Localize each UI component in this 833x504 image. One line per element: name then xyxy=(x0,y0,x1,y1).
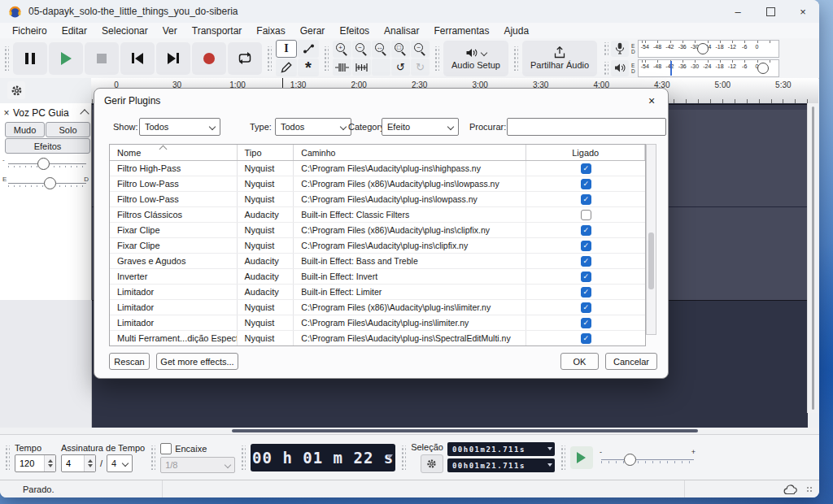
toolbar-grip[interactable] xyxy=(603,42,608,55)
time-display[interactable]: 00 h 01 m 22 s xyxy=(251,444,395,471)
toolbar-grip[interactable] xyxy=(434,46,439,71)
time-signature-upper-input[interactable] xyxy=(62,455,84,471)
audio-setup-button[interactable]: Audio Setup xyxy=(443,41,508,76)
table-scrollbar-thumb[interactable] xyxy=(648,232,654,289)
pan-slider-thumb[interactable] xyxy=(44,177,56,189)
toolbar-grip[interactable] xyxy=(150,445,155,470)
draw-tool-button[interactable] xyxy=(276,59,297,76)
table-row[interactable]: Filtro Low-Pass Nyquist C:\Program Files… xyxy=(110,176,645,192)
time-format-caret-icon[interactable] xyxy=(386,454,393,458)
minimize-button[interactable]: – xyxy=(722,0,754,23)
enabled-checkbox[interactable] xyxy=(581,225,591,236)
horizontal-scrollbar-thumb[interactable] xyxy=(232,429,698,432)
maximize-button[interactable] xyxy=(754,0,787,23)
gain-slider[interactable]: - xyxy=(2,155,89,172)
mute-button[interactable]: Mudo xyxy=(5,122,45,137)
toolbar-grip[interactable] xyxy=(266,46,272,71)
enabled-checkbox[interactable] xyxy=(581,241,591,251)
zoom-in-button[interactable]: + xyxy=(333,41,351,58)
enabled-checkbox[interactable] xyxy=(581,318,591,328)
menu-ajuda[interactable]: Ajuda xyxy=(496,24,536,37)
table-row[interactable]: Filtros Clássicos Audacity Built-in Effe… xyxy=(110,207,645,223)
track-close-button[interactable]: × xyxy=(0,107,13,119)
menu-ferramentas[interactable]: Ferramentas xyxy=(426,24,496,37)
search-input[interactable] xyxy=(507,118,666,136)
enabled-checkbox[interactable] xyxy=(581,333,591,344)
enabled-checkbox[interactable] xyxy=(581,272,591,282)
trim-audio-button[interactable] xyxy=(333,59,351,76)
effects-button[interactable]: Efeitos xyxy=(5,138,90,154)
record-meter-button[interactable] xyxy=(611,41,629,57)
undo-button[interactable]: ↺ xyxy=(391,59,410,76)
table-row[interactable]: Filtro Low-Pass Nyquist C:\Program Files… xyxy=(110,192,645,207)
table-row[interactable]: Limitador Audacity Built-in Effect: Limi… xyxy=(110,285,645,300)
toolbar-grip[interactable] xyxy=(560,445,565,470)
snap-checkbox[interactable] xyxy=(160,443,172,454)
table-row[interactable]: Filtro High-Pass Nyquist C:\Program File… xyxy=(110,161,645,176)
multi-tool-button[interactable]: * xyxy=(298,59,319,76)
time-format-caret-icon[interactable] xyxy=(547,447,552,450)
ok-button[interactable]: OK xyxy=(560,353,599,370)
menu-efeitos[interactable]: Efeitos xyxy=(332,24,377,37)
playback-meter-button[interactable] xyxy=(611,60,629,76)
table-row[interactable]: Fixar Clipe Nyquist C:\Program Files (x8… xyxy=(110,223,645,238)
toolbar-grip[interactable] xyxy=(603,62,608,75)
loop-button[interactable] xyxy=(228,42,262,75)
table-row[interactable]: Limitador Nyquist C:\Program Files (x86)… xyxy=(110,300,645,315)
toolbar-grip[interactable] xyxy=(240,445,246,470)
enabled-checkbox[interactable] xyxy=(581,210,591,220)
table-scrollbar[interactable] xyxy=(646,144,656,335)
speed-slider-thumb[interactable] xyxy=(624,454,636,466)
vertical-scrollbar-thumb[interactable] xyxy=(812,106,814,410)
toolbar-grip[interactable] xyxy=(3,46,9,71)
vertical-scrollbar[interactable] xyxy=(807,103,818,413)
menu-transportar[interactable]: Transportar xyxy=(185,24,250,37)
time-signature-upper-spinner[interactable] xyxy=(61,454,96,472)
toolbar-grip[interactable] xyxy=(512,46,518,71)
record-button[interactable] xyxy=(192,42,226,75)
spinner-arrows[interactable] xyxy=(84,455,95,471)
enabled-checkbox[interactable] xyxy=(581,163,591,174)
column-header-nome[interactable]: Nome xyxy=(110,145,238,160)
gain-slider-thumb[interactable] xyxy=(37,158,50,170)
enabled-checkbox[interactable] xyxy=(581,287,591,298)
selection-end-field[interactable]: 00h01m21.711s xyxy=(447,458,555,472)
close-button[interactable]: × xyxy=(787,0,819,23)
record-volume-slider[interactable] xyxy=(697,43,709,54)
table-row[interactable]: Inverter Audacity Built-in Effect: Inver… xyxy=(110,269,645,285)
time-signature-lower-select[interactable]: 4 xyxy=(107,454,133,472)
stop-button[interactable] xyxy=(85,42,119,75)
rescan-button[interactable]: Rescan xyxy=(109,353,150,370)
menu-ver[interactable]: Ver xyxy=(155,24,185,37)
column-header-ligado[interactable]: Ligado xyxy=(526,145,645,160)
playback-meter[interactable]: -54-48-42-36-30-24-18-12-60 xyxy=(638,59,779,77)
dialog-close-button[interactable]: × xyxy=(643,93,660,109)
horizontal-scrollbar[interactable] xyxy=(0,428,819,434)
spinner-arrows[interactable] xyxy=(44,455,55,471)
enabled-checkbox[interactable] xyxy=(581,194,591,205)
table-row[interactable]: Multi Ferrament...dição Espectral Nyquis… xyxy=(110,331,645,345)
share-audio-button[interactable]: Partilhar Áudio xyxy=(522,41,597,76)
time-format-caret-icon[interactable] xyxy=(547,463,552,467)
timeline-options-button[interactable] xyxy=(7,81,25,99)
column-header-caminho[interactable]: Caminho xyxy=(294,145,526,160)
cloud-icon[interactable] xyxy=(783,484,798,495)
category-filter-select[interactable]: Efeito xyxy=(382,118,459,136)
play-at-speed-button[interactable] xyxy=(570,446,593,469)
envelope-tool-button[interactable] xyxy=(298,40,319,58)
redo-button[interactable]: ↻ xyxy=(411,59,430,76)
fit-project-button[interactable]: □ xyxy=(391,41,410,58)
toolbar-grip[interactable] xyxy=(323,46,329,71)
playback-volume-slider[interactable] xyxy=(757,63,769,74)
skip-to-end-button[interactable] xyxy=(156,42,190,75)
play-button[interactable] xyxy=(49,42,83,75)
recording-meter[interactable]: -54-48-42-36-30-24-18-12-60 xyxy=(638,40,779,58)
table-row[interactable]: Fixar Clipe Nyquist C:\Program Files\Aud… xyxy=(110,238,645,254)
solo-button[interactable]: Solo xyxy=(46,122,90,137)
track-name[interactable]: Voz PC Guia xyxy=(13,107,69,119)
pause-button[interactable] xyxy=(13,42,47,75)
tempo-input[interactable] xyxy=(15,455,44,471)
table-row[interactable]: Limitador Nyquist C:\Program Files\Audac… xyxy=(110,315,645,331)
tempo-spinner[interactable] xyxy=(15,454,56,472)
enabled-checkbox[interactable] xyxy=(581,302,591,313)
